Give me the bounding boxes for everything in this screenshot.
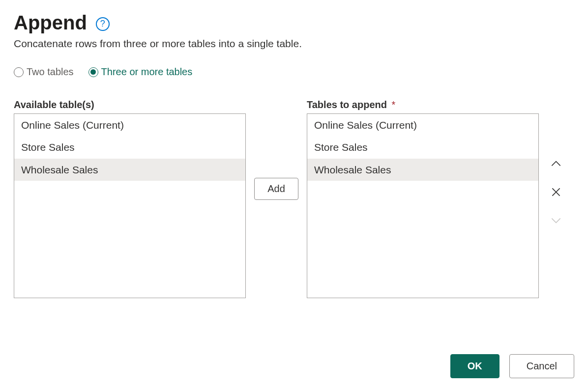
append-table-item[interactable]: Wholesale Sales [307, 159, 538, 181]
available-table-item[interactable]: Online Sales (Current) [14, 114, 245, 136]
append-table-item[interactable]: Store Sales [307, 136, 538, 158]
remove-button[interactable] [549, 185, 563, 199]
ok-button[interactable]: OK [450, 354, 500, 378]
radio-dot-icon [90, 69, 96, 75]
cancel-button[interactable]: Cancel [509, 354, 574, 378]
radio-two-tables-label: Two tables [27, 66, 74, 78]
reorder-controls [539, 99, 573, 298]
dialog-description: Concatenate rows from three or more tabl… [14, 38, 574, 50]
tables-to-append-label: Tables to append * [307, 99, 539, 111]
chevron-down-icon [550, 214, 562, 227]
tables-to-append-label-text: Tables to append [307, 99, 387, 110]
dialog-title: Append [14, 12, 87, 34]
available-tables-listbox[interactable]: Online Sales (Current)Store SalesWholesa… [14, 113, 246, 298]
chevron-up-icon [550, 157, 562, 170]
append-table-item[interactable]: Online Sales (Current) [307, 114, 538, 136]
move-down-button[interactable] [549, 213, 563, 228]
table-count-radio-group: Two tables Three or more tables [14, 66, 574, 78]
available-table-item[interactable]: Wholesale Sales [14, 159, 245, 181]
tables-to-append-listbox[interactable]: Online Sales (Current)Store SalesWholesa… [307, 113, 539, 298]
radio-three-or-more-label: Three or more tables [101, 66, 193, 78]
radio-circle-icon [88, 67, 98, 77]
radio-three-or-more-tables[interactable]: Three or more tables [88, 66, 193, 78]
add-button[interactable]: Add [254, 178, 298, 200]
radio-circle-icon [14, 67, 24, 77]
available-table-item[interactable]: Store Sales [14, 136, 245, 158]
close-icon [550, 186, 562, 198]
move-up-button[interactable] [549, 156, 563, 171]
radio-two-tables[interactable]: Two tables [14, 66, 74, 78]
help-icon[interactable]: ? [96, 17, 110, 31]
required-indicator: * [392, 99, 396, 110]
available-tables-label: Available table(s) [14, 99, 246, 111]
